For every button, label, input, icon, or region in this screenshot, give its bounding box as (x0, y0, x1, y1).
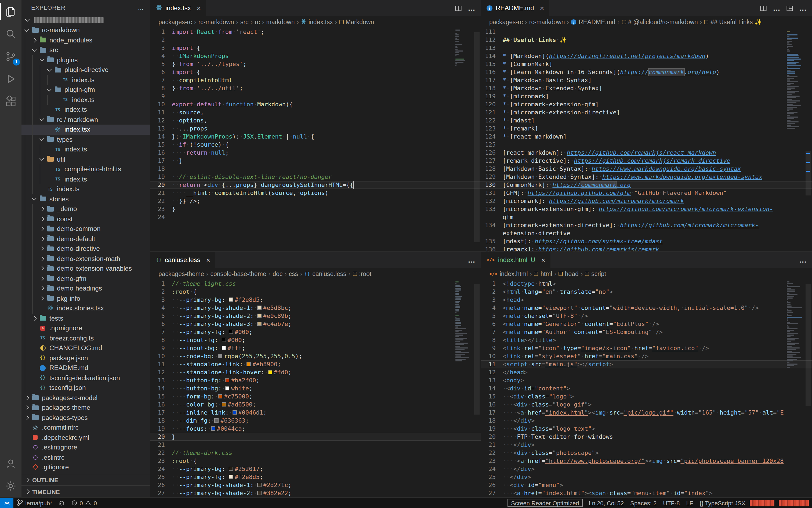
code-line[interactable]: 18 (151, 165, 481, 173)
sidebar-more-icon[interactable]: … (138, 4, 144, 11)
breadcrumb-item[interactable]: script (585, 271, 606, 277)
code-line[interactable]: 16···<div·class="logo-gif"> (481, 400, 812, 409)
layout-icon[interactable] (786, 5, 793, 11)
tree-item-demo-headings[interactable]: demo-headings (22, 284, 151, 293)
code-line[interactable]: 18··--dim-fg:·#636363; (151, 417, 481, 425)
breadcrumb-item[interactable]: src (240, 19, 249, 25)
code-line[interactable]: 10··--code-bg:·rgba(255,255,255,0.5); (151, 352, 481, 360)
code-line[interactable]: 23····<a·href="http://www.photoscape.org… (481, 457, 812, 465)
tree-item-demo-extension-math[interactable]: demo-extension-math (22, 254, 151, 264)
code-editor[interactable]: 1<!doctype·html>2<html·lang="en"·transla… (481, 280, 812, 497)
code-line[interactable]: 24··--primary-bg:·#252017; (151, 465, 481, 473)
tree-item-compile-into-html.ts[interactable]: TScompile-into-html.ts (22, 164, 151, 174)
tree-item-rc-markdown[interactable]: rc-markdown (22, 25, 151, 35)
code-line[interactable]: 6import·{ (151, 68, 481, 76)
code-line[interactable]: 14}:·IMarkdownProps):·JSX.Element·|·null… (151, 133, 481, 141)
code-line[interactable]: 112##·Useful·Links·✨ (481, 36, 812, 44)
code-line[interactable]: 12··options, (151, 117, 481, 125)
code-line[interactable]: 8··--input-fg:·#000; (151, 336, 481, 344)
code-line[interactable]: 24···</div> (481, 465, 812, 473)
code-line[interactable]: 10<link·rel="stylesheet"·href="main.css"… (481, 352, 812, 360)
code-line[interactable]: 25··--primary-fg:·#f2e8d5; (151, 473, 481, 481)
breadcrumb-item[interactable]: console-base-theme (210, 271, 266, 277)
code-line[interactable]: 126[react-markdown]:·https://github.com/… (481, 149, 812, 157)
tree-item-CHANGELOG.md[interactable]: CHANGELOG.md (22, 343, 151, 353)
code-line[interactable]: 8}·from·'../../util'; (151, 84, 481, 92)
tree-item-package.json[interactable]: {}package.json (22, 353, 151, 363)
problems-item[interactable]: 0 0 (69, 498, 100, 508)
code-line[interactable]: 9<link·rel="icon"·type="image/x-icon"·hr… (481, 344, 812, 352)
code-line[interactable]: 113 (481, 44, 812, 52)
scrollbar[interactable] (473, 28, 481, 251)
code-line[interactable]: 136[remark]:·https://github.com/remarkjs… (481, 245, 812, 251)
tree-item-tsconfig-declaration.json[interactable]: {}tsconfig-declaration.json (22, 373, 151, 383)
code-line[interactable]: 11··source, (151, 109, 481, 117)
tree-item-plugins[interactable]: plugins (22, 55, 151, 65)
sync-item[interactable] (55, 498, 69, 508)
code-line[interactable]: 131[GFM]:·https://github.github.com/gfm·… (481, 189, 812, 197)
git-branch-item[interactable]: lerna/pub* (13, 498, 55, 508)
code-line[interactable]: 125 (481, 141, 812, 149)
editor-tab-index.tsx[interactable]: index.tsx× (151, 0, 207, 16)
code-line[interactable]: 27··--primary-bg-shade-2:·#382e22; (151, 489, 481, 497)
tree-item-const[interactable]: const (22, 214, 151, 224)
tree-item-demo-common[interactable]: demo-common (22, 224, 151, 234)
code-line[interactable]: 9··--input-bg:·#fff; (151, 344, 481, 352)
code-line[interactable]: 12</head> (481, 368, 812, 376)
tree-item-plugin-directive[interactable]: plugin-directive (22, 65, 151, 75)
code-line[interactable]: 17····<a·href="index.html"><img·src="pic… (481, 409, 812, 417)
status-item[interactable]: Screen Reader Optimized (507, 499, 583, 507)
code-line[interactable]: extension-directive (481, 229, 812, 237)
tree-item-plugin-gfm[interactable]: plugin-gfm (22, 85, 151, 95)
breadcrumb-item[interactable]: doc (272, 271, 283, 277)
scrollbar[interactable] (805, 28, 812, 251)
code-line[interactable]: 135[mdast]:·https://github.com/syntax-tr… (481, 237, 812, 245)
code-line[interactable]: 132[micromark]:·https://github.com/micro… (481, 197, 812, 205)
panel-timeline[interactable]: TIMELINE (22, 485, 151, 497)
breadcrumb-item[interactable]: ## Useful Links ✨ (704, 18, 762, 26)
code-line[interactable]: 15··if·(!source)·{ (151, 141, 481, 149)
breadcrumb-item[interactable]: Markdown (339, 19, 374, 25)
tree-item-packages-types[interactable]: packages-types (22, 413, 151, 423)
code-line[interactable]: 1//·theme-light.css (151, 280, 481, 288)
code-line[interactable]: 15··<div·class="logo"> (481, 392, 812, 400)
code-line[interactable]: 6··--primary-bg-shade-3:·#c4ab7e; (151, 320, 481, 328)
code-editor[interactable]: 111112##·Useful·Links·✨113114*·[Markdown… (481, 28, 812, 251)
breadcrumb-item[interactable]: :root (352, 271, 371, 277)
code-line[interactable]: 124*·[react-markdown] (481, 133, 812, 141)
more-icon[interactable]: … (773, 4, 780, 12)
code-line[interactable]: 4··--primary-bg-shade-1:·#e5d8bc; (151, 304, 481, 312)
code-line[interactable]: 20····FTP·Text·editor·for·windows (481, 433, 812, 441)
code-line[interactable]: 116*·[Learn·Markdown·in·16·Seconds](http… (481, 68, 812, 76)
code-line[interactable]: 20} (151, 433, 481, 441)
code-line[interactable]: 114*·[Markdown](https://daringfireball.n… (481, 52, 812, 60)
tree-item-src[interactable]: src (22, 45, 151, 55)
editor-tab-caniuse.less[interactable]: {}caniuse.less× (151, 252, 216, 268)
split-editor-icon[interactable] (760, 5, 767, 11)
code-line[interactable]: 11··--standalone-link:·#eb8900; (151, 360, 481, 368)
scrollbar[interactable] (473, 280, 481, 497)
tree-item-types[interactable]: types (22, 134, 151, 144)
status-item[interactable]: Ln 20, Col 52 (585, 498, 627, 508)
activity-settings[interactable] (0, 475, 22, 497)
code-line[interactable]: 121*·[micromark-extension-directive] (481, 109, 812, 117)
code-line[interactable]: 129[Markdown·Extended·Syntax]:·https://w… (481, 173, 812, 181)
tree-item-rc-markdown[interactable]: rc / markdown (22, 115, 151, 125)
code-line[interactable]: 3import·{ (151, 44, 481, 52)
status-item[interactable]: {} TypeScript JSX (696, 498, 749, 508)
close-icon[interactable]: × (541, 256, 545, 264)
more-icon[interactable]: … (468, 4, 475, 12)
code-editor[interactable]: 1import·React·from·'react';23import·{4··… (151, 28, 481, 251)
close-icon[interactable]: × (197, 4, 201, 12)
code-line[interactable]: 17··} (151, 157, 481, 165)
code-line[interactable]: 9 (151, 92, 481, 100)
code-line[interactable]: 20··return·<div·{...props}·dangerouslySe… (151, 181, 481, 189)
close-icon[interactable]: × (540, 4, 544, 12)
activity-source-control[interactable]: 1 (0, 45, 22, 68)
code-line[interactable]: 2 (151, 36, 481, 44)
code-line[interactable]: 122*·[mdast] (481, 117, 812, 125)
code-line[interactable]: 118*·[Markdown·Extended·Syntax] (481, 84, 812, 92)
code-line[interactable]: 115*·[CommonMark] (481, 60, 812, 68)
tree-item-index.ts[interactable]: TSindex.ts (22, 105, 151, 115)
status-item[interactable]: LF (683, 498, 696, 508)
